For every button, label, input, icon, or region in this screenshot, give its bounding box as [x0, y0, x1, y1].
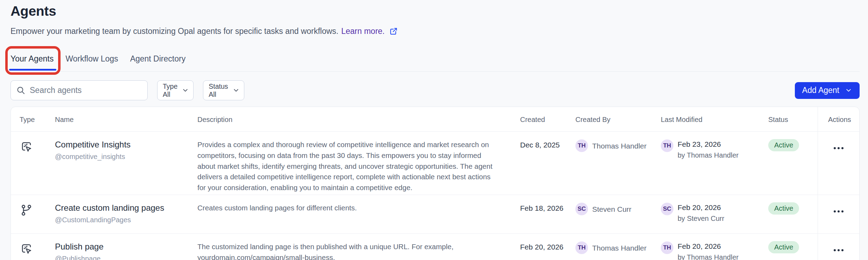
created-by: TH Thomas Handler: [575, 132, 661, 195]
add-agent-button[interactable]: Add Agent: [795, 82, 860, 99]
agents-table: Type Name Description Created Created By…: [10, 107, 860, 260]
search-icon: [16, 86, 26, 95]
last-modified: SC Feb 20, 2026 by Steven Curr: [661, 195, 768, 233]
column-header-last-modified: Last Modified: [661, 107, 768, 131]
tab-workflow-logs[interactable]: Workflow Logs: [65, 54, 118, 71]
chevron-down-icon: [232, 87, 240, 94]
created-by: TH Thomas Handler: [575, 234, 661, 260]
agent-handle: @CustomLandingPages: [55, 216, 197, 224]
last-modified: TH Feb 20, 2026 by Thomas Handler: [661, 234, 768, 260]
chevron-down-icon: [845, 87, 852, 94]
column-header-description: Description: [197, 107, 520, 131]
agent-name[interactable]: Create custom landing pages: [55, 203, 197, 213]
table-row: Create custom landing pages @CustomLandi…: [11, 195, 859, 233]
agent-description: The customized landing page is then publ…: [197, 234, 520, 260]
row-actions-button[interactable]: [832, 208, 846, 215]
avatar: SC: [575, 203, 588, 215]
page-subtitle: Empower your marketing team by customizi…: [10, 27, 860, 36]
column-header-actions: Actions: [818, 107, 859, 131]
type-filter-value: All: [163, 91, 177, 99]
ellipsis-icon: [834, 147, 836, 149]
table-row: Publish page @Publishpage The customized…: [11, 233, 859, 260]
status-filter-value: All: [209, 91, 228, 99]
agent-handle: @competitive_insights: [55, 153, 197, 161]
type-filter-label: Type: [163, 82, 177, 91]
last-modified-date: Feb 20, 2026: [678, 242, 738, 251]
subtitle-text: Empower your marketing team by customizi…: [10, 27, 338, 36]
avatar: TH: [661, 139, 673, 152]
agent-description: Creates custom landing pages for differe…: [197, 195, 520, 233]
created-date: Dec 8, 2025: [520, 132, 575, 195]
created-date: Feb 18, 2026: [520, 195, 575, 233]
agent-name[interactable]: Competitive Insights: [55, 140, 197, 150]
column-header-name: Name: [55, 107, 197, 131]
app-click-icon: [20, 140, 33, 154]
last-modified: TH Feb 23, 2026 by Thomas Handler: [661, 132, 768, 195]
last-modified-by: by Steven Curr: [678, 215, 724, 223]
last-modified-date: Feb 23, 2026: [678, 140, 738, 149]
avatar: TH: [661, 241, 673, 254]
last-modified-by: by Thomas Handler: [678, 253, 738, 260]
status-badge: Active: [768, 139, 799, 151]
created-by-name: Thomas Handler: [592, 142, 646, 150]
avatar: TH: [575, 139, 588, 152]
avatar: TH: [575, 241, 588, 254]
learn-more-link[interactable]: Learn more.: [341, 27, 385, 36]
tab-bar: Your Agents Workflow Logs Agent Director…: [10, 54, 860, 72]
app-click-icon: [20, 242, 33, 256]
table-body: Competitive Insights @competitive_insigh…: [11, 131, 859, 260]
avatar: SC: [661, 203, 673, 215]
table-row: Competitive Insights @competitive_insigh…: [11, 131, 859, 195]
last-modified-by: by Thomas Handler: [678, 151, 738, 159]
status-filter-dropdown[interactable]: Status All: [203, 80, 244, 100]
column-header-status: Status: [768, 107, 818, 131]
last-modified-date: Feb 20, 2026: [678, 203, 724, 212]
ellipsis-icon: [834, 210, 836, 212]
toolbar: Type All Status All Add Agent: [10, 80, 860, 100]
type-filter-dropdown[interactable]: Type All: [157, 80, 194, 100]
created-date: Feb 20, 2026: [520, 234, 575, 260]
agent-name[interactable]: Publish page: [55, 242, 197, 252]
git-branch-icon: [20, 203, 33, 217]
search-input[interactable]: [10, 80, 148, 100]
row-actions-button[interactable]: [832, 246, 846, 254]
agent-handle: @Publishpage: [55, 255, 197, 260]
created-by: SC Steven Curr: [575, 195, 661, 233]
table-header-row: Type Name Description Created Created By…: [11, 107, 859, 131]
column-header-created: Created: [520, 107, 575, 131]
created-by-name: Thomas Handler: [592, 244, 646, 252]
tab-your-agents[interactable]: Your Agents: [10, 54, 54, 71]
page-title: Agents: [10, 3, 860, 19]
column-header-type: Type: [11, 107, 55, 131]
row-actions-button[interactable]: [832, 144, 846, 152]
chevron-down-icon: [182, 87, 189, 94]
status-badge: Active: [768, 202, 799, 215]
agent-description: Provides a complex and thorough review o…: [197, 132, 520, 195]
search-box: [10, 80, 148, 100]
ellipsis-icon: [834, 249, 836, 251]
external-link-icon[interactable]: [389, 27, 398, 36]
status-filter-label: Status: [209, 82, 228, 91]
add-agent-label: Add Agent: [802, 86, 839, 95]
created-by-name: Steven Curr: [592, 205, 631, 214]
tab-agent-directory[interactable]: Agent Directory: [130, 54, 186, 71]
column-header-created-by: Created By: [575, 107, 661, 131]
status-badge: Active: [768, 241, 799, 253]
agents-page: Agents Empower your marketing team by cu…: [0, 0, 868, 260]
